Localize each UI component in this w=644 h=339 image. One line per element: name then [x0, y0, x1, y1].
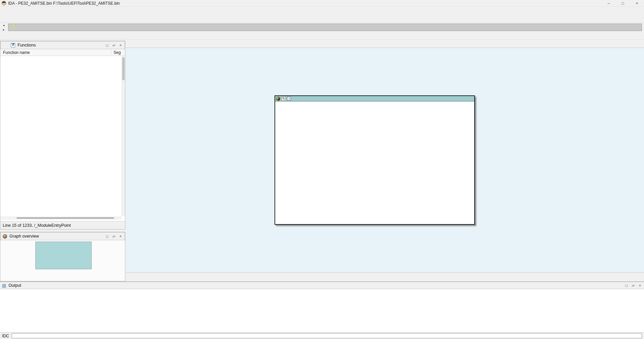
- window-controls: – □ ×: [602, 0, 644, 6]
- node-group-icon[interactable]: x: [287, 97, 291, 101]
- band-tail-segment[interactable]: [283, 24, 642, 31]
- panel-float-icon[interactable]: ▱: [631, 283, 636, 288]
- band-scroll-buttons: ◂ ▸: [1, 23, 7, 32]
- titlebar: IDA - PE32_AMITSE.bin F:\Tools\UEFITool\…: [0, 0, 644, 7]
- output-panel: ▤ Output □ ▱ ×: [0, 281, 644, 332]
- panel-restore-icon[interactable]: □: [624, 283, 629, 288]
- output-panel-header[interactable]: ▤ Output □ ▱ ×: [0, 282, 644, 289]
- command-bar: IDC: [0, 332, 644, 339]
- functions-icon: [11, 43, 15, 48]
- scrollbar-thumb[interactable]: [122, 57, 125, 80]
- column-function-name[interactable]: Function name: [3, 50, 30, 55]
- ida-app-icon: [2, 1, 6, 5]
- functions-status-line: Line 15 of 1233, /_ModuleEntryPoint: [0, 221, 125, 229]
- window-title: IDA - PE32_AMITSE.bin F:\Tools\UEFITool\…: [8, 1, 120, 6]
- view-tabs: [126, 40, 644, 48]
- close-button[interactable]: ×: [630, 0, 644, 6]
- output-panel-title: Output: [8, 283, 21, 288]
- functions-list: [0, 56, 122, 216]
- panel-float-icon[interactable]: ▱: [111, 42, 117, 48]
- panel-close-icon[interactable]: ×: [118, 234, 123, 239]
- minimize-button[interactable]: –: [602, 0, 616, 6]
- ida-view-statusbar: [126, 272, 644, 281]
- graph-overview-icon: [3, 234, 7, 239]
- functions-vertical-scrollbar[interactable]: [122, 56, 125, 216]
- navigation-band-row: ◂ ▸: [0, 23, 644, 32]
- menu-bar: [0, 7, 644, 14]
- panel-float-icon[interactable]: ▱: [111, 234, 117, 239]
- graph-overview-header[interactable]: Graph overview □ ▱ ×: [0, 232, 125, 240]
- node-edit-icon[interactable]: ✎: [282, 97, 286, 101]
- command-language-label[interactable]: IDC: [2, 334, 9, 338]
- band-regular-function-segment[interactable]: [10, 24, 50, 31]
- graph-overview-panel: Graph overview □ ▱ ×: [0, 232, 125, 281]
- output-icon: ▤: [2, 283, 6, 288]
- node-color-wheel-icon[interactable]: [276, 97, 280, 101]
- ida-window: IDA - PE32_AMITSE.bin F:\Tools\UEFITool\…: [0, 0, 644, 339]
- maximize-button[interactable]: □: [616, 0, 630, 6]
- functions-column-header[interactable]: Function name Seg: [0, 49, 125, 56]
- output-log[interactable]: [0, 289, 644, 332]
- command-input[interactable]: [12, 333, 642, 338]
- graph-overview-node-rect[interactable]: [35, 242, 92, 269]
- functions-panel: Functions □ ▱ × Function name Seg Line 1…: [0, 41, 125, 229]
- band-unexplored-segment[interactable]: [268, 24, 283, 31]
- color-legend: [0, 32, 644, 40]
- column-seg[interactable]: Seg: [114, 50, 121, 55]
- graph-overview-canvas[interactable]: [0, 240, 125, 281]
- functions-panel-header[interactable]: Functions □ ▱ ×: [0, 41, 125, 49]
- panel-restore-icon[interactable]: □: [104, 42, 110, 48]
- panel-restore-icon[interactable]: □: [104, 234, 110, 239]
- graph-overview-title: Graph overview: [9, 234, 39, 239]
- panel-close-icon[interactable]: ×: [118, 42, 123, 48]
- band-current-position-marker: [13, 24, 14, 27]
- band-scroll-right-button[interactable]: ▸: [1, 28, 7, 32]
- functions-horizontal-scrollbar[interactable]: [0, 216, 122, 220]
- toolbar: [0, 14, 644, 23]
- navigation-band[interactable]: [8, 24, 642, 31]
- disassembly-pane: ✎ x: [126, 40, 644, 281]
- graph-node-titlebar[interactable]: ✎ x: [275, 96, 474, 101]
- graph-node-moduleentrypoint[interactable]: ✎ x: [275, 95, 475, 225]
- band-scroll-left-button[interactable]: ◂: [1, 23, 7, 27]
- disassembly-listing: [275, 101, 474, 105]
- scrollbar-thumb[interactable]: [17, 217, 114, 219]
- ida-view-canvas[interactable]: ✎ x: [126, 48, 644, 272]
- functions-panel-title: Functions: [18, 43, 36, 48]
- panel-close-icon[interactable]: ×: [637, 283, 643, 288]
